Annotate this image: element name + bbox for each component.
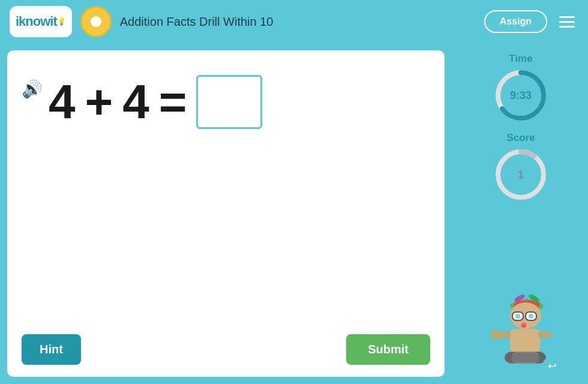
left-panel: 🔊 4 + 4 = Hint Submit <box>7 50 445 377</box>
lesson-title: Addition Facts Drill Within 10 <box>120 15 476 29</box>
operator: + <box>85 74 113 130</box>
right-panel: Time 9:33 Score 1 <box>461 50 581 377</box>
math-expression: 4 + 4 = <box>49 74 262 130</box>
score-label: Score <box>506 132 535 144</box>
svg-rect-23 <box>512 353 539 362</box>
lesson-icon <box>80 6 112 37</box>
panel-divider <box>452 50 454 377</box>
question-area: 🔊 4 + 4 = <box>22 62 430 328</box>
svg-point-13 <box>529 314 533 319</box>
score-value: 1 <box>518 169 524 181</box>
time-label: Time <box>509 53 532 65</box>
submit-button[interactable]: Submit <box>346 334 430 365</box>
hamburger-line-2 <box>559 21 575 23</box>
svg-point-12 <box>515 314 520 319</box>
header: iknowit 💡 Addition Facts Drill Within 10… <box>0 0 588 43</box>
logo-text: iknowit <box>16 14 57 29</box>
time-section: Time 9:33 <box>494 53 548 122</box>
logo-bulb-icon: 💡 <box>57 17 66 26</box>
number-2: 4 <box>122 74 149 130</box>
svg-rect-16 <box>510 329 540 353</box>
hamburger-line-1 <box>559 16 575 18</box>
hamburger-menu-button[interactable] <box>556 13 578 31</box>
score-section: Score 1 <box>494 132 548 202</box>
bottom-buttons: Hint Submit <box>22 328 430 365</box>
logo: iknowit 💡 <box>10 6 72 37</box>
timer-circle: 9:33 <box>494 68 548 122</box>
score-circle: 1 <box>494 148 548 202</box>
svg-point-18 <box>491 330 500 340</box>
lesson-icon-inner <box>91 16 101 27</box>
svg-rect-19 <box>538 332 552 338</box>
back-arrow-icon: ↩ <box>548 359 557 373</box>
main-area: 🔊 4 + 4 = Hint Submit Time <box>0 43 588 384</box>
hamburger-line-3 <box>559 26 575 28</box>
assign-button[interactable]: Assign <box>484 10 547 33</box>
svg-rect-15 <box>522 325 526 327</box>
timer-value: 9:33 <box>510 89 532 102</box>
equals-sign: = <box>159 74 187 130</box>
sound-icon[interactable]: 🔊 <box>22 79 43 99</box>
hint-button[interactable]: Hint <box>22 334 81 365</box>
back-button[interactable]: ↩ <box>542 356 562 376</box>
mascot-area: ↩ <box>479 211 563 377</box>
number-1: 4 <box>49 74 76 130</box>
svg-point-6 <box>524 299 529 301</box>
answer-input-box[interactable] <box>196 75 262 129</box>
